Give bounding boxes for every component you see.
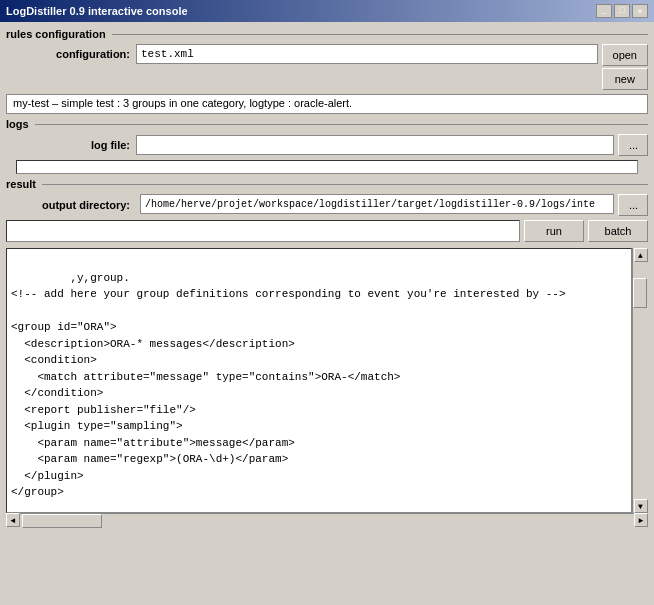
run-batch-row: run batch [6, 220, 648, 244]
output-dir-input[interactable] [140, 194, 614, 214]
run-input-field [6, 220, 520, 242]
status-message: my-test – simple test : 3 groups in one … [6, 94, 648, 114]
rules-config-section-label: rules configuration [6, 28, 648, 40]
scroll-thumb[interactable] [633, 278, 647, 308]
window-body: rules configuration configuration: open … [0, 22, 654, 605]
scroll-left-arrow[interactable]: ◄ [6, 513, 20, 527]
output-field-container: ... [140, 194, 648, 216]
h-scroll-thumb[interactable] [22, 514, 102, 528]
output-dir-browse-button[interactable]: ... [618, 194, 648, 216]
minimize-button[interactable]: _ [596, 4, 612, 18]
window-controls[interactable]: _ □ ✕ [596, 4, 648, 18]
maximize-button[interactable]: □ [614, 4, 630, 18]
config-label: configuration: [16, 48, 136, 60]
config-input[interactable] [136, 44, 598, 64]
close-button[interactable]: ✕ [632, 4, 648, 18]
log-file-input[interactable] [136, 135, 614, 155]
new-button[interactable]: new [602, 68, 648, 90]
batch-button[interactable]: batch [588, 220, 648, 242]
result-section-label: result [6, 178, 648, 190]
xml-content: ,y,group. <!-- add here your group defin… [11, 272, 566, 514]
xml-editor-container: ,y,group. <!-- add here your group defin… [6, 248, 648, 513]
log-file-label: log file: [16, 139, 136, 151]
logs-section-label: logs [6, 118, 648, 130]
run-button[interactable]: run [524, 220, 584, 242]
log-file-row: log file: ... [6, 134, 648, 156]
horizontal-scrollbar-track[interactable] [20, 513, 634, 529]
output-dir-label: output directory: [16, 199, 136, 211]
open-button[interactable]: open [602, 44, 648, 66]
scroll-down-arrow[interactable]: ▼ [634, 499, 648, 513]
output-dir-row: output directory: ... [6, 194, 648, 216]
xml-editor[interactable]: ,y,group. <!-- add here your group defin… [6, 248, 632, 513]
scroll-up-arrow[interactable]: ▲ [634, 248, 648, 262]
vertical-scrollbar[interactable]: ▲ ▼ [632, 248, 648, 513]
progress-bar [16, 160, 638, 174]
title-bar: LogDistiller 0.9 interactive console _ □… [0, 0, 654, 22]
log-file-browse-button[interactable]: ... [618, 134, 648, 156]
horizontal-scrollbar-container[interactable]: ◄ ► [6, 513, 648, 529]
title-text: LogDistiller 0.9 interactive console [6, 5, 188, 17]
scroll-right-arrow[interactable]: ► [634, 513, 648, 527]
